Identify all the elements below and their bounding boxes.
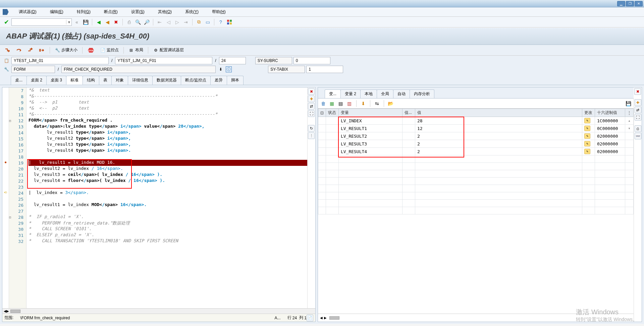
var-tab-3[interactable]: 全局 [377, 89, 393, 98]
table-row[interactable] [318, 155, 633, 163]
close-pane-icon[interactable]: ✖ [308, 88, 315, 95]
include-field[interactable]: YTEST_LJM_01_F01 [115, 57, 212, 64]
code-line-29[interactable]: * PERFORM frm_retrieve_data."数据处理 [29, 220, 307, 226]
program-icon[interactable]: 📋 [3, 57, 10, 64]
tab-0[interactable]: 桌... [11, 76, 27, 85]
variable-table[interactable]: ⊡ 状态 变量 值... 值 更改 十六进制值 ⋮ LV_INDEX28✎1C0… [318, 109, 634, 314]
cancel-icon[interactable]: ✖ [112, 18, 120, 26]
code-line-27[interactable] [29, 208, 307, 214]
menu-e[interactable]: 编辑(E) [47, 8, 66, 16]
add-pane-icon[interactable]: ✚ [308, 95, 315, 102]
exchange-icon[interactable]: ⇆ [374, 100, 380, 107]
code-line-16[interactable]: lv_result3 type</span> i</span>, [29, 142, 307, 148]
table-row[interactable] [318, 207, 633, 214]
delete-icon[interactable]: 🗑 [320, 100, 327, 107]
back-button[interactable]: « [73, 18, 80, 26]
var-toggle-icon[interactable]: ⇄ [635, 107, 641, 113]
tab-10[interactable]: 差异 [210, 76, 227, 85]
exit-icon[interactable]: ◀ [104, 18, 111, 26]
code-editor[interactable]: *& text*&-------------------------------… [26, 87, 307, 308]
find-icon[interactable]: 🔍 [134, 18, 142, 26]
back-icon[interactable]: ◀ [95, 18, 102, 26]
help-icon[interactable]: ? [217, 18, 224, 26]
menu-d[interactable]: 调试器(D) [16, 8, 39, 16]
step-into-button[interactable] [3, 47, 13, 54]
code-line-30[interactable]: * CALL SCREEN '0101'. [29, 226, 307, 232]
code-line-28[interactable]: * IF p_radio1 = 'X'. [29, 214, 307, 220]
menu-r[interactable]: 断点(R) [101, 8, 120, 16]
code-line-20[interactable]: lv_result2 = lv_index / 16</span>. [29, 166, 307, 172]
code-line-26[interactable]: lv_result1 = lv_index MOD</span> 16</spa… [29, 202, 307, 208]
variable-hscrollbar[interactable]: ◀▶ [318, 314, 634, 322]
tab-7[interactable]: 详细信息 [128, 76, 153, 85]
tab-2[interactable]: 桌面 3 [46, 76, 66, 85]
edit-pencil-icon[interactable]: ✎ [584, 141, 590, 146]
code-line-12[interactable]: FORM</span> frm_check_required . [29, 118, 307, 124]
append-row-icon[interactable]: ▤ [337, 100, 344, 107]
var-tab-0[interactable]: 变... [325, 89, 341, 98]
tab-11[interactable]: 脚本 [227, 76, 244, 85]
download-icon[interactable]: ⬇ [360, 100, 367, 107]
table-row[interactable] [318, 200, 633, 207]
table-row[interactable]: LV_INDEX28✎1C000000▴ [318, 117, 633, 125]
table-row[interactable] [318, 185, 633, 192]
table-row[interactable]: LV_RESULT112✎0C000000▾ [318, 125, 633, 132]
edit-pencil-icon[interactable]: ✎ [584, 126, 590, 131]
step-size-button[interactable]: 🔧 步骤大小 [53, 47, 79, 54]
col-value[interactable]: 值 [415, 109, 582, 117]
window-close-button[interactable]: ✕ [635, 1, 643, 6]
code-line-11[interactable]: *&--------------------------------------… [29, 112, 307, 118]
tab-1[interactable]: 桌面 2 [26, 76, 47, 85]
table-row[interactable] [318, 170, 633, 178]
table-row[interactable]: LV_RESULT42✎02000000 [318, 148, 633, 155]
code-hscrollbar[interactable]: ◀▶ [2, 308, 315, 314]
var-close-pane-icon[interactable]: ✖ [634, 88, 641, 95]
command-field[interactable]: ▾ [11, 18, 72, 26]
tab-5[interactable]: 表 [99, 76, 112, 85]
table-row[interactable]: LV_RESULT32✎02000000 [318, 140, 633, 148]
edit-pencil-icon[interactable]: ✎ [584, 133, 590, 139]
table-row[interactable] [318, 163, 633, 170]
var-add-pane-icon[interactable]: ✚ [635, 99, 641, 106]
code-line-17[interactable]: lv_result4 type</span> i</span>. [29, 148, 307, 154]
save-button[interactable]: 💾 [82, 18, 89, 26]
tab-4[interactable]: 结构 [83, 76, 99, 85]
tree-icon[interactable]: ⋮ [308, 132, 315, 139]
layout-button[interactable]: ⊞ 布局 [126, 47, 145, 54]
menu-g[interactable]: 转到(G) [74, 8, 93, 16]
find-next-icon[interactable]: 🔎 [143, 18, 150, 26]
stop-button[interactable]: STOP [85, 47, 97, 54]
code-line-15[interactable]: lv_result2 type</span> i</span>, [29, 136, 307, 142]
continue-button[interactable] [37, 47, 47, 54]
window-minimize-button[interactable]: ▁ [617, 1, 625, 6]
var-fullscreen-icon[interactable]: ⛶ [635, 114, 641, 121]
code-line-18[interactable] [29, 154, 307, 160]
var-glasses-icon[interactable]: 👓 [635, 133, 641, 139]
menu-h[interactable]: 帮助(H) [209, 8, 228, 16]
var-tab-2[interactable]: 本地 [360, 89, 377, 98]
col-selector[interactable]: ⊡ [318, 109, 326, 117]
step-out-button[interactable] [25, 47, 36, 54]
last-page-icon[interactable]: ⇥ [182, 18, 190, 26]
code-line-14[interactable]: lv_result1 type</span> i</span>, [29, 130, 307, 136]
code-line-24[interactable]: | lv_index = 3</span>. [29, 190, 307, 196]
menu-y[interactable]: 系统(Y) [182, 8, 201, 16]
code-line-23[interactable] [29, 184, 307, 190]
var-tab-5[interactable]: 内存分析 [410, 89, 434, 98]
save-variant-icon[interactable]: 💾 [625, 100, 632, 107]
col-hex[interactable]: 十六进制值 [595, 109, 625, 117]
code-line-13[interactable]: data</span>:lv_index type</span> i</span… [29, 124, 307, 130]
print-icon[interactable]: ⎙ [125, 18, 133, 26]
next-page-icon[interactable]: ▷ [173, 18, 181, 26]
program-field[interactable]: YTEST_LJM_01 [11, 57, 109, 64]
toggle1-icon[interactable]: ⇄ [308, 103, 315, 110]
delete-row-icon[interactable]: ▥ [346, 100, 353, 107]
window-restore-button[interactable]: ❐ [626, 1, 634, 6]
table-row[interactable] [318, 178, 633, 185]
col-valshort[interactable]: 值... [402, 109, 415, 117]
new-session-icon[interactable]: ⧉ [195, 18, 203, 26]
var-print-icon[interactable]: ⎙ [635, 125, 641, 132]
prev-page-icon[interactable]: ◁ [165, 18, 172, 26]
command-field-dropdown-icon[interactable]: ▾ [66, 20, 71, 24]
table-row[interactable] [318, 192, 633, 200]
